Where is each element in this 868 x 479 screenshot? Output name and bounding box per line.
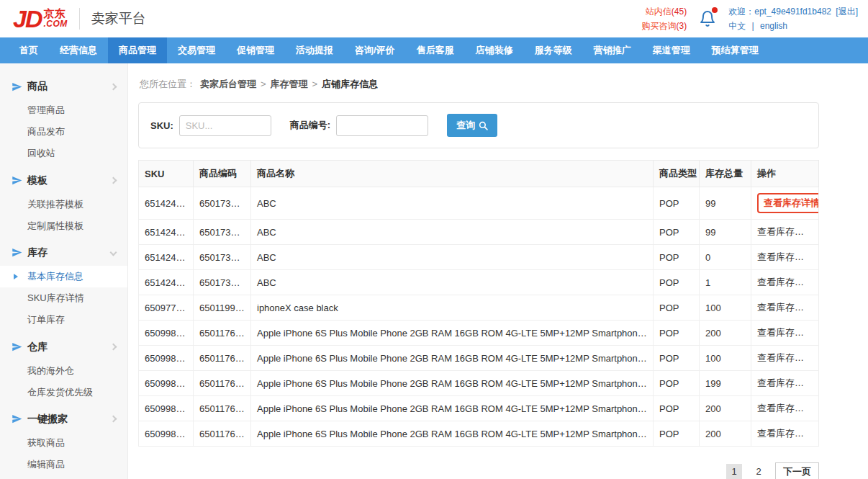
- lang-en-link[interactable]: english: [760, 21, 787, 31]
- sidebar-item[interactable]: SKU库存详情: [0, 287, 127, 309]
- site-messages-count: (45): [672, 6, 687, 17]
- breadcrumb-item[interactable]: 库存管理: [271, 79, 308, 89]
- sidebar-item[interactable]: 回收站: [0, 143, 127, 164]
- nav-item[interactable]: 营销推广: [583, 37, 642, 63]
- nav-item[interactable]: 交易管理: [167, 37, 226, 63]
- action-cell: 查看库存详情: [751, 421, 819, 447]
- paper-plane-icon: [12, 413, 22, 424]
- sidebar-group-header[interactable]: 仓库: [0, 334, 127, 360]
- lang-divider: |: [752, 21, 754, 31]
- stock-total-cell: 100: [700, 346, 751, 371]
- nav-item[interactable]: 促销管理: [226, 37, 285, 63]
- platform-title: 卖家平台: [91, 9, 146, 28]
- search-button[interactable]: 查询: [447, 114, 497, 137]
- sku-cell: 650977565: [139, 295, 194, 321]
- nav-item[interactable]: 服务等级: [524, 37, 583, 63]
- sku-cell: 650998256: [139, 371, 194, 396]
- nav-item[interactable]: 商品管理: [108, 37, 167, 63]
- table-header-row: SKU商品编码商品名称商品类型库存总量操作: [139, 161, 819, 187]
- breadcrumb-item[interactable]: 卖家后台管理: [200, 79, 256, 89]
- nav-item[interactable]: 首页: [9, 37, 49, 63]
- breadcrumb-prefix: 您所在位置：: [140, 79, 196, 89]
- sidebar-item[interactable]: 定制属性模板: [0, 215, 127, 237]
- product-type-cell: POP: [654, 421, 700, 447]
- view-stock-detail-link[interactable]: 查看库存详情: [757, 302, 813, 313]
- view-stock-detail-link[interactable]: 查看库存详情: [757, 277, 813, 287]
- lang-zh-link[interactable]: 中文: [728, 21, 746, 31]
- sidebar: 商品管理商品商品发布回收站模板关联推荐模板定制属性模板库存基本库存信息SKU库存…: [0, 63, 128, 479]
- purchase-consult-count: (3): [677, 21, 687, 31]
- stock-total-cell: 200: [700, 321, 751, 346]
- nav-item[interactable]: 渠道管理: [642, 37, 701, 63]
- view-stock-detail-link[interactable]: 查看库存详情: [757, 377, 813, 388]
- product-type-cell: POP: [654, 245, 700, 270]
- stock-total-cell: 1: [700, 270, 751, 295]
- logo-divider: [79, 8, 80, 30]
- logout-link[interactable]: [退出]: [836, 6, 858, 17]
- next-page-button[interactable]: 下一页: [775, 462, 819, 479]
- header: JD 京东 .COM 卖家平台 站内信(45) 购买咨询(3) 欢迎：ept_4…: [0, 0, 868, 37]
- sidebar-group-header[interactable]: 商品: [0, 73, 127, 99]
- view-stock-detail-link[interactable]: 查看库存详情: [757, 193, 819, 213]
- sidebar-item[interactable]: 获取商品: [0, 432, 127, 454]
- action-cell: 查看库存详情: [751, 245, 819, 270]
- column-header: SKU: [139, 161, 194, 187]
- chevron-down-icon: [110, 249, 117, 256]
- welcome-column: 欢迎：ept_49e491fd1b482 [退出] 中文 | english: [728, 4, 858, 34]
- product-code-cell: 650173522: [194, 220, 251, 245]
- sidebar-group-header[interactable]: 模板: [0, 168, 127, 194]
- sku-cell: 651424544: [139, 220, 194, 245]
- sidebar-group-label: 商品: [27, 80, 48, 93]
- sidebar-item[interactable]: 订单库存: [0, 309, 127, 331]
- sidebar-group-header[interactable]: 库存: [0, 240, 127, 266]
- sidebar-item[interactable]: 关联推荐模板: [0, 194, 127, 215]
- column-header: 商品名称: [251, 161, 654, 187]
- sidebar-item[interactable]: 编辑商品: [0, 454, 127, 475]
- jd-logo-cn: 京东: [43, 8, 67, 19]
- notification-bell-icon[interactable]: [697, 7, 718, 30]
- sidebar-item[interactable]: 基本库存信息: [0, 266, 127, 287]
- welcome-prefix: 欢迎：: [728, 6, 754, 17]
- jd-logo[interactable]: JD 京东 .COM: [13, 6, 68, 31]
- sidebar-item[interactable]: 我的海外仓: [0, 360, 127, 382]
- sidebar-group-header[interactable]: 一键搬家: [0, 406, 127, 432]
- nav-item[interactable]: 经营信息: [49, 37, 108, 63]
- nav-item[interactable]: 活动提报: [285, 37, 344, 63]
- nav-item[interactable]: 预结算管理: [701, 37, 769, 63]
- view-stock-detail-link[interactable]: 查看库存详情: [757, 352, 813, 363]
- sku-label: SKU:: [150, 120, 173, 131]
- page-button[interactable]: 2: [751, 464, 767, 479]
- product-name-cell: ABC: [251, 270, 654, 295]
- table-row: 651424542650173522ABCPOP1查看库存详情: [139, 270, 819, 295]
- breadcrumb: 您所在位置：卖家后台管理>库存管理>店铺库存信息: [140, 78, 819, 91]
- nav-item[interactable]: 咨询/评价: [344, 37, 406, 63]
- product-code-input[interactable]: [336, 115, 428, 136]
- sidebar-group-label: 一键搬家: [27, 413, 68, 426]
- notice-column: 站内信(45) 购买咨询(3): [642, 4, 687, 34]
- purchase-consult-link[interactable]: 购买咨询(3): [642, 19, 687, 33]
- stock-total-cell: 100: [700, 295, 751, 321]
- product-code-cell: 650117640: [194, 346, 251, 371]
- view-stock-detail-link[interactable]: 查看库存详情: [757, 327, 813, 338]
- nav-item[interactable]: 售后客服: [406, 37, 465, 63]
- view-stock-detail-link[interactable]: 查看库存详情: [757, 251, 813, 262]
- pagination: 12下一页: [138, 462, 819, 479]
- language-switcher: 中文 | english: [728, 19, 858, 33]
- chevron-right-icon: [110, 83, 117, 90]
- sidebar-item[interactable]: 商品发布: [0, 121, 127, 143]
- sku-input[interactable]: [179, 115, 271, 136]
- sidebar-group-label: 仓库: [27, 341, 48, 354]
- breadcrumb-separator: >: [312, 79, 318, 89]
- page-button[interactable]: 1: [726, 464, 742, 479]
- sidebar-item[interactable]: 仓库发货优先级: [0, 382, 127, 403]
- search-panel: SKU: 商品编号: 查询: [138, 102, 819, 148]
- sidebar-item[interactable]: 管理商品: [0, 99, 127, 121]
- view-stock-detail-link[interactable]: 查看库存详情: [757, 403, 813, 413]
- notification-dot: [712, 7, 718, 13]
- view-stock-detail-link[interactable]: 查看库存详情: [757, 428, 813, 439]
- nav-item[interactable]: 店铺装修: [465, 37, 524, 63]
- site-messages-link[interactable]: 站内信(45): [642, 4, 687, 19]
- view-stock-detail-link[interactable]: 查看库存详情: [757, 226, 813, 237]
- username: ept_49e491fd1b482: [754, 6, 831, 17]
- paper-plane-icon: [12, 175, 22, 186]
